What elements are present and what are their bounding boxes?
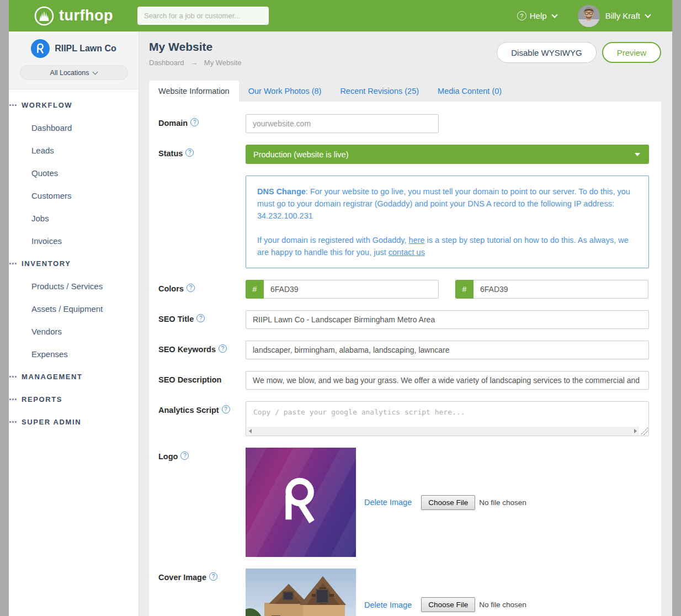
section-dashes-icon — [9, 104, 17, 106]
sidebar-item-products-services[interactable]: Products / Services — [9, 275, 139, 298]
section-dashes-icon — [9, 263, 17, 264]
breadcrumb-dashboard[interactable]: Dashboard — [149, 59, 184, 67]
search-input[interactable] — [137, 7, 269, 25]
user-name[interactable]: Billy Kraft — [605, 11, 640, 20]
hash-prefix: # — [455, 280, 473, 299]
top-header: turfhop ? Help Billy Kraft — [9, 0, 672, 31]
analytics-script-textarea[interactable]: Copy / paste your google analytics scrip… — [246, 401, 649, 436]
tab-media-content[interactable]: Media Content (0) — [428, 81, 511, 102]
riipl-r-mark — [280, 477, 321, 528]
sidebar-section-inventory: INVENTORY — [9, 252, 139, 275]
user-chevron-down-icon[interactable] — [645, 12, 651, 18]
hash-prefix: # — [246, 280, 264, 299]
sidebar-item-vendors[interactable]: Vendors — [9, 320, 139, 343]
seo-description-input[interactable] — [246, 371, 649, 390]
section-dashes-icon — [9, 376, 17, 378]
godaddy-tutorial-link[interactable]: here — [409, 236, 425, 245]
logo-help-icon[interactable]: ? — [180, 452, 189, 460]
dns-change-notice: DNS Change: For your website to go live,… — [246, 176, 649, 268]
tab-bar: Website Information Our Work Photos (8) … — [149, 81, 672, 102]
colors-label: Colors? — [158, 280, 246, 299]
logo-choose-file-button[interactable]: Choose File — [421, 495, 475, 510]
primary-color-input[interactable] — [264, 280, 439, 299]
secondary-color-input[interactable] — [473, 280, 648, 299]
domain-row: Domain? — [158, 114, 649, 133]
logo-label: Logo? — [158, 448, 246, 557]
sidebar-item-expenses[interactable]: Expenses — [9, 343, 139, 365]
seo-keywords-input[interactable] — [246, 341, 649, 359]
seo-title-help-icon[interactable]: ? — [196, 314, 205, 322]
cover-image-label: Cover Image? — [158, 569, 246, 582]
sidebar-item-jobs[interactable]: Jobs — [9, 207, 139, 230]
logo-row: Logo? Delete Image — [158, 448, 649, 557]
sidebar-nav: WORKFLOW Dashboard Leads Quotes Customer… — [9, 89, 139, 433]
logo-delete-image-link[interactable]: Delete Image — [364, 498, 412, 507]
grass-logo-icon — [34, 6, 54, 26]
help-icon: ? — [517, 11, 526, 20]
dns-notice-title: DNS Change — [257, 187, 306, 196]
horizontal-scrollbar[interactable] — [247, 427, 639, 435]
tab-website-information[interactable]: Website Information — [149, 81, 239, 102]
seo-keywords-label: SEO Keywords? — [158, 341, 246, 359]
app-window: turfhop ? Help Billy Kraft — [9, 0, 672, 616]
resize-grip-icon[interactable] — [640, 427, 648, 435]
breadcrumb: Dashboard → My Website — [149, 59, 242, 67]
cover-choose-file-button[interactable]: Choose File — [421, 597, 475, 612]
sidebar-item-customers[interactable]: Customers — [9, 184, 139, 207]
sidebar-company-block: RIIPL Lawn Co All Locations — [9, 31, 139, 89]
seo-title-input[interactable] — [246, 310, 649, 329]
section-dashes-icon — [9, 399, 17, 400]
user-avatar[interactable] — [578, 5, 600, 27]
seo-keywords-help-icon[interactable]: ? — [219, 344, 227, 353]
breadcrumb-arrow-icon: → — [190, 59, 198, 67]
colors-help-icon[interactable]: ? — [187, 284, 195, 292]
seo-title-row: SEO Title? — [158, 310, 649, 329]
brand-name: turfhop — [59, 7, 113, 24]
analytics-script-label: Analytics Script? — [158, 401, 246, 436]
status-row: Status? Production (website is live) — [158, 145, 649, 164]
chevron-down-icon — [551, 12, 557, 18]
sidebar: RIIPL Lawn Co All Locations WORKFLOW Das… — [9, 31, 139, 616]
analytics-placeholder: Copy / paste your google analytics scrip… — [253, 408, 465, 416]
secondary-color-group: # — [455, 280, 648, 299]
sidebar-item-invoices[interactable]: Invoices — [9, 230, 139, 252]
company-name: RIIPL Lawn Co — [55, 44, 116, 54]
sidebar-section-super-admin[interactable]: SUPER ADMIN — [9, 411, 139, 433]
turfhop-logo[interactable]: turfhop — [34, 6, 113, 26]
cover-help-icon[interactable]: ? — [209, 572, 217, 581]
help-label: Help — [530, 11, 547, 20]
sidebar-item-dashboard[interactable]: Dashboard — [9, 116, 139, 139]
disable-wysiwyg-button[interactable]: Disable WYSIWYG — [497, 42, 596, 63]
sidebar-section-workflow: WORKFLOW — [9, 94, 139, 116]
scroll-left-icon[interactable] — [249, 429, 252, 433]
analytics-help-icon[interactable]: ? — [222, 405, 230, 413]
sidebar-section-reports[interactable]: REPORTS — [9, 388, 139, 411]
sidebar-section-management[interactable]: MANAGEMENT — [9, 365, 139, 388]
avatar-image — [578, 5, 600, 27]
domain-label: Domain? — [158, 114, 246, 133]
all-locations-label: All Locations — [50, 69, 89, 77]
tab-our-work-photos[interactable]: Our Work Photos (8) — [239, 81, 331, 102]
status-label: Status? — [158, 145, 246, 164]
contact-us-link[interactable]: contact us — [389, 248, 425, 257]
cover-image — [246, 569, 356, 616]
cover-image-row: Cover Image? — [158, 569, 649, 616]
domain-input[interactable] — [246, 114, 439, 133]
cover-no-file-text: No file chosen — [479, 601, 526, 609]
cover-delete-image-link[interactable]: Delete Image — [364, 601, 412, 609]
help-menu[interactable]: ? Help — [517, 11, 557, 20]
company-row: RIIPL Lawn Co — [9, 39, 139, 58]
scroll-right-icon[interactable] — [634, 429, 637, 433]
sidebar-item-assets-equipment[interactable]: Assets / Equipment — [9, 298, 139, 320]
status-help-icon[interactable]: ? — [185, 148, 194, 157]
status-select[interactable]: Production (website is live) — [246, 145, 649, 164]
tab-recent-revisions[interactable]: Recent Revisions (25) — [331, 81, 428, 102]
sidebar-item-quotes[interactable]: Quotes — [9, 162, 139, 184]
logo-no-file-text: No file chosen — [479, 498, 526, 507]
seo-title-label: SEO Title? — [158, 310, 246, 329]
preview-button[interactable]: Preview — [602, 42, 661, 63]
sidebar-item-leads[interactable]: Leads — [9, 139, 139, 162]
domain-help-icon[interactable]: ? — [190, 118, 199, 126]
all-locations-dropdown[interactable]: All Locations — [20, 65, 128, 80]
select-caret-icon — [635, 153, 640, 156]
